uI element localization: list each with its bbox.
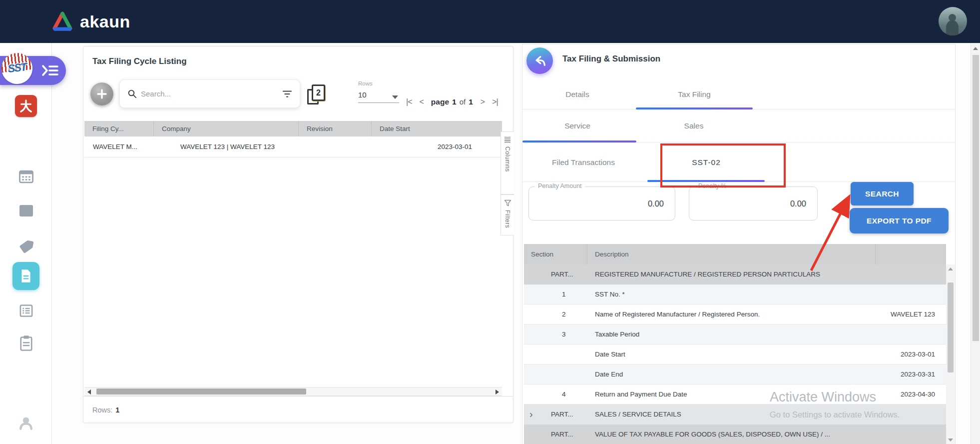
sidebar-item-documents-active[interactable] (0, 219, 52, 247)
sst-logo-icon: SST (0, 52, 34, 86)
sst02-table-row[interactable]: PART...REGISTERED MANUFACTURE / REGISTER… (524, 264, 946, 284)
last-page-button[interactable]: >| (492, 98, 498, 106)
column-header-date-start[interactable]: Date Start (372, 121, 502, 136)
next-page-button[interactable]: > (481, 98, 485, 106)
column-header-value[interactable] (876, 244, 946, 264)
export-to-pdf-button[interactable]: EXPORT TO PDF (850, 208, 949, 234)
cell-description: Date Start (587, 344, 876, 364)
tab-tax-filing[interactable]: Tax Filing (649, 80, 739, 110)
filters-tab-label: Filters (504, 210, 511, 228)
scroll-right-arrow-icon[interactable] (495, 390, 499, 394)
left-panel-title: Tax Filing Cycle Listing (92, 56, 187, 66)
cell-value: 2023-03-31 (876, 364, 946, 384)
right-panel-title: Tax Filing & Submission (562, 54, 660, 64)
sst02-table-row[interactable]: 2Name of Registered Manufacturer / Regis… (524, 304, 946, 324)
sidebar-item-clipboard[interactable] (0, 335, 52, 352)
filter-list-icon[interactable] (282, 90, 292, 98)
column-header-company[interactable]: Company (154, 121, 299, 136)
column-header-revision[interactable]: Revision (299, 121, 372, 136)
footer-rows-value: 1 (115, 406, 119, 414)
first-page-button[interactable]: |< (406, 98, 412, 106)
sst02-table-body: PART...REGISTERED MANUFACTURE / REGISTER… (524, 264, 946, 444)
cell-description: Name of Registered Manufacturer / Regist… (587, 304, 876, 324)
filter-funnel-icon (504, 200, 511, 206)
cell-description: Taxable Period (587, 324, 876, 344)
page-scroll-up-icon[interactable] (973, 47, 978, 50)
expand-chevron-icon[interactable]: › (529, 404, 533, 424)
scroll-left-arrow-icon[interactable] (87, 390, 91, 394)
cell-value (876, 404, 946, 424)
filing-table-row[interactable]: WAVELET M...WAVELET 123 | WAVELET 123202… (84, 136, 502, 158)
sst02-table-row[interactable]: ›PART...SALES / SERVICE DETAILS (524, 404, 946, 424)
back-button[interactable] (526, 48, 553, 74)
column-header-filing-cycle[interactable]: Filing Cy... (84, 121, 154, 136)
page-scrollbar-thumb[interactable] (973, 55, 979, 341)
penalty-amount-input[interactable] (529, 187, 675, 220)
scroll-up-arrow-icon[interactable] (948, 268, 953, 270)
cell-value: WAVELET 123 (876, 304, 946, 324)
columns-tab-label: Columns (504, 146, 511, 172)
search-button[interactable]: SEARCH (851, 182, 914, 206)
person-icon (17, 414, 34, 431)
collapse-menu-icon[interactable] (41, 64, 59, 80)
cell-description: Return and Payment Due Date (587, 384, 876, 404)
sidebar-item-list[interactable] (0, 303, 52, 318)
sidebar-item-profile[interactable] (0, 414, 52, 431)
sst02-table-header: Section Description (524, 244, 946, 264)
cell-value (876, 264, 946, 284)
page-indicator: page 1 of 1 (431, 98, 473, 106)
add-button[interactable] (90, 82, 113, 106)
page-vertical-scrollbar[interactable] (971, 43, 980, 444)
sst02-table-row[interactable]: PART...VALUE OF TAX PAYABLE FOR GOODS (S… (524, 424, 946, 444)
filters-side-tab[interactable]: Filters (500, 194, 514, 236)
prev-page-button[interactable]: < (420, 98, 424, 106)
sst-logo-text: SST (1, 60, 33, 76)
cell-description: VALUE OF TAX PAYABLE FOR GOODS (SALES, D… (587, 424, 876, 444)
rows-per-page-select[interactable]: Rows 10 (358, 80, 399, 103)
cell-description: SALES / SERVICE DETAILS (587, 404, 876, 424)
sidebar-item-calendar[interactable] (0, 168, 52, 184)
sst02-table-row[interactable]: Date End2023-03-31 (524, 364, 946, 384)
total-pages: 1 (469, 98, 473, 106)
tab-filed-transactions[interactable]: Filed Transactions (533, 142, 633, 182)
page-word: page (431, 98, 449, 106)
sidebar-item-red-app[interactable] (0, 95, 52, 117)
duplicate-pages-button[interactable]: 2 (307, 84, 326, 106)
cell-section: 4 (524, 384, 587, 404)
sst02-table-row[interactable]: 4Return and Payment Due Date2023-04-30 (524, 384, 946, 404)
column-header-section[interactable]: Section (524, 244, 587, 264)
sst02-table-row[interactable]: 3Taxable Period (524, 324, 946, 344)
horizontal-scrollbar[interactable] (84, 387, 502, 396)
sidebar-item-module[interactable] (0, 205, 52, 216)
penalty-percent-input[interactable] (689, 187, 817, 220)
page-number: 1 (452, 98, 457, 106)
sst-module-pill[interactable]: SST (0, 56, 66, 85)
tab-service[interactable]: Service (537, 110, 617, 142)
search-input[interactable] (141, 90, 282, 98)
sst02-table-row[interactable]: 1SST No. * (524, 284, 946, 304)
cell-section: PART... (524, 404, 587, 424)
back-arrow-icon (532, 54, 547, 68)
left-icon-rail: SST (0, 43, 52, 444)
tax-filing-submission-panel: Tax Filing & Submission Details Tax Fili… (522, 44, 956, 444)
table-scrollbar-thumb[interactable] (948, 282, 954, 372)
tab-sst-02[interactable]: SST-02 (656, 142, 756, 182)
tab-details[interactable]: Details (537, 80, 617, 110)
columns-side-tab[interactable]: Columns (500, 132, 514, 194)
column-header-description[interactable]: Description (587, 244, 876, 264)
cell-value: 2023-04-30 (876, 384, 946, 404)
cjk-app-icon (15, 95, 37, 117)
dropdown-caret-icon (392, 96, 398, 99)
cell-value (876, 424, 946, 444)
cell-description: SST No. * (587, 284, 876, 304)
scroll-down-arrow-icon[interactable] (948, 438, 953, 442)
document-icon (12, 262, 39, 290)
table-vertical-scrollbar[interactable] (946, 264, 955, 444)
tab-sales[interactable]: Sales (649, 110, 739, 142)
horizontal-scrollbar-thumb[interactable] (96, 388, 306, 394)
sst02-table-row[interactable]: Date Start2023-03-01 (524, 344, 946, 364)
user-avatar[interactable] (939, 7, 967, 36)
cell-section (524, 344, 587, 364)
search-icon (127, 89, 137, 98)
cell-section: 1 (524, 284, 587, 304)
